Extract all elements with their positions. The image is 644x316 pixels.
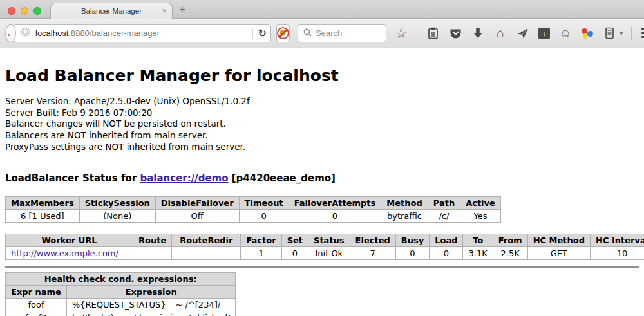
loadbalancer-status-heading: LoadBalancer Status for balancer://demo …: [5, 172, 639, 184]
col-maxmembers: MaxMembers: [6, 196, 80, 209]
download-arrow-icon[interactable]: [471, 28, 485, 39]
proxypass-note-line: ProxyPass settings are NOT inherited fro…: [5, 142, 639, 153]
smiley-icon[interactable]: ☺: [558, 26, 573, 41]
cell-expr-name: foof2: [6, 311, 67, 316]
toolbar-separator: [631, 27, 632, 40]
cell-status: Init Ok: [308, 246, 350, 259]
persist-note-line: Balancer changes will NOT be persisted o…: [5, 118, 639, 130]
toolbar-separator: [417, 27, 417, 40]
cell-failoverattempts: 0: [289, 209, 381, 222]
close-window-button[interactable]: [8, 7, 15, 15]
browser-window: Balancer Manager × + ← localhost:8880/ba…: [0, 0, 644, 316]
zoom-window-button[interactable]: [33, 7, 41, 15]
balancer-demo-link[interactable]: balancer://demo: [140, 172, 228, 184]
back-icon: ←: [6, 28, 15, 39]
cell-expression: %{REQUEST_STATUS} =~ /^[234]/: [66, 298, 236, 311]
col-method: Method: [381, 196, 428, 209]
device-battery-icon[interactable]: [602, 27, 616, 39]
col-set: Set: [281, 234, 308, 246]
globe-icon: [21, 27, 30, 39]
server-built-line: Server Built: Feb 9 2016 07:00:20: [5, 107, 639, 119]
col-failoverattempts: FailoverAttempts: [289, 196, 381, 209]
col-hc-interval: HC Interval: [591, 234, 644, 246]
col-worker-url: Worker URL: [6, 234, 133, 246]
url-bar[interactable]: localhost:8880/balancer-manager ↻: [14, 24, 271, 42]
col-routeredir: RouteRedir: [172, 234, 241, 246]
menu-hamburger-icon[interactable]: [641, 28, 644, 38]
bookmark-star-icon[interactable]: ☆: [394, 27, 408, 40]
worker-table: Worker URL Route RouteRedir Factor Set S…: [5, 234, 644, 260]
col-expr-name: Expr name: [6, 285, 67, 298]
cell-elected: 7: [350, 246, 395, 259]
col-factor: Factor: [241, 234, 281, 246]
colored-dots-extension-icon[interactable]: [581, 28, 594, 39]
url-domain: localhost: [35, 28, 68, 38]
url-path: :8880/balancer-manager: [68, 28, 160, 38]
col-elected: Elected: [350, 234, 395, 246]
table-row: foof2 hc('body') =~ /domain is establish…: [6, 311, 236, 316]
col-hc-method: HC Method: [527, 234, 590, 246]
page-title: Load Balancer Manager for localhost: [5, 66, 639, 85]
table-header-row: Worker URL Route RouteRedir Factor Set S…: [6, 234, 644, 246]
table-title-row: Health check cond. expressions:: [6, 272, 236, 285]
col-stickysession: StickySession: [79, 196, 155, 209]
col-expression: Expression: [66, 285, 236, 298]
send-plane-icon[interactable]: [516, 28, 530, 39]
col-status: Status: [308, 234, 350, 246]
cell-timeout: 0: [239, 209, 289, 222]
urlbar-divider: [252, 28, 253, 39]
col-path: Path: [428, 196, 460, 209]
reload-icon[interactable]: ↻: [258, 27, 267, 39]
cell-set: 0: [281, 246, 308, 259]
cell-disablefailover: Off: [155, 209, 239, 222]
cell-route: [133, 246, 172, 259]
pocket-icon[interactable]: [448, 28, 462, 39]
tab-title: Balancer Manager: [81, 7, 142, 15]
toolbar-icons: ☆ ⌂ ↓ ☺ ▾: [394, 26, 644, 41]
table-header-row: Expr name Expression: [6, 285, 236, 298]
health-check-table: Health check cond. expressions: Expr nam…: [5, 272, 236, 316]
cell-stickysession: (None): [79, 209, 155, 222]
cell-worker-url: http://www.example.com/: [6, 246, 133, 259]
col-disablefailover: DisableFailover: [155, 196, 239, 209]
minimize-window-button[interactable]: [21, 7, 28, 15]
url-text[interactable]: localhost:8880/balancer-manager: [35, 28, 247, 38]
cell-busy: 0: [395, 246, 429, 259]
navigation-toolbar: ← localhost:8880/balancer-manager ↻ ☆: [0, 19, 644, 48]
square-download-icon[interactable]: ↓: [538, 28, 550, 39]
cell-hc-method: GET: [527, 246, 590, 259]
server-info: Server Version: Apache/2.5.0-dev (Unix) …: [5, 96, 639, 153]
health-table-title: Health check cond. expressions:: [6, 272, 236, 285]
cell-maxmembers: 6 [1 Used]: [6, 209, 80, 222]
cell-method: bytraffic: [381, 209, 428, 222]
col-from: From: [493, 234, 527, 246]
search-bar[interactable]: [298, 24, 386, 42]
clipboard-icon[interactable]: [426, 27, 440, 39]
col-to: To: [463, 234, 493, 246]
cell-from: 2.5K: [493, 246, 527, 259]
cell-active: Yes: [460, 209, 501, 222]
square-download-arrow: ↓: [542, 29, 546, 38]
adblock-button[interactable]: [276, 24, 290, 42]
balancer-summary-table: MaxMembers StickySession DisableFailover…: [5, 196, 501, 223]
new-tab-button[interactable]: +: [179, 3, 185, 16]
cell-routeredir: [172, 246, 241, 259]
col-active: Active: [460, 196, 501, 209]
col-timeout: Timeout: [239, 196, 289, 209]
tab-close-icon[interactable]: ×: [162, 6, 167, 15]
inherit-note-line: Balancers are NOT inherited from main se…: [5, 130, 639, 142]
home-icon[interactable]: ⌂: [493, 26, 507, 41]
cell-path: /c/: [428, 209, 460, 222]
table-header-row: MaxMembers StickySession DisableFailover…: [6, 196, 501, 209]
search-input[interactable]: [316, 28, 380, 38]
cell-expr-name: foof: [6, 298, 67, 311]
cell-factor: 1: [241, 246, 281, 259]
tab-balancer-manager[interactable]: Balancer Manager ×: [50, 3, 173, 19]
adblock-icon: [277, 27, 289, 39]
status-suffix: [p4420eeae_demo]: [229, 172, 336, 184]
worker-url-link[interactable]: http://www.example.com/: [11, 248, 118, 258]
search-icon: [303, 28, 312, 39]
table-row: http://www.example.com/ 1 0 Init Ok 7 0 …: [6, 246, 644, 259]
back-button[interactable]: ←: [5, 24, 16, 42]
chevron-down-icon[interactable]: ▾: [620, 30, 623, 37]
